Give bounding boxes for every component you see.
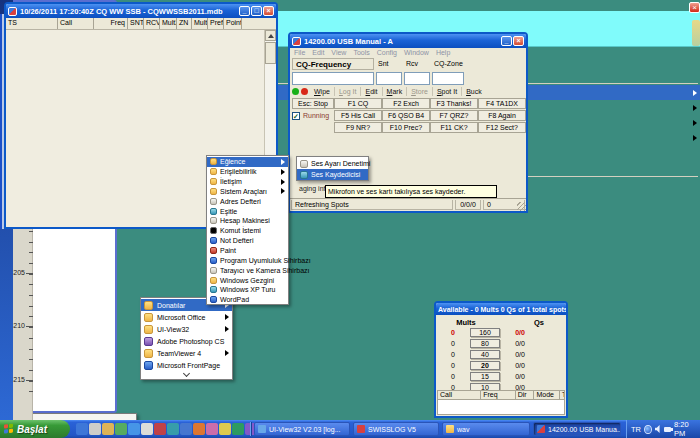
programs-item-microsoft-office[interactable]: Microsoft Office (141, 311, 232, 323)
column-header-freq[interactable]: Freq (94, 18, 128, 29)
task-button-uiview32[interactable]: UI-View32 V2.03 [log... (254, 422, 350, 436)
column-header-points[interactable]: Points (224, 18, 242, 29)
accessories-item-wordpad[interactable]: WordPad (207, 295, 288, 305)
menu-expand-chevron-icon[interactable] (141, 371, 232, 379)
column-header-rcv[interactable]: RCV (144, 18, 160, 29)
accessories-item-windows-xp-tour[interactable]: Windows XP Turu (207, 285, 288, 295)
quick-launch-icon[interactable] (219, 423, 231, 435)
programs-item-photoshop[interactable]: Adobe Photoshop CS (141, 335, 232, 347)
scrollbar-thumb[interactable] (265, 42, 276, 64)
column-header-call[interactable]: Call (58, 18, 94, 29)
column-header-freq[interactable]: Freq (481, 390, 515, 400)
minimize-button[interactable]: _ (239, 6, 250, 16)
mark-button[interactable]: Mark (383, 87, 408, 96)
language-icon[interactable] (644, 425, 652, 434)
programs-item-teamviewer[interactable]: TeamViewer 4 (141, 347, 232, 359)
quick-launch-icon[interactable] (167, 423, 179, 435)
task-button-usb-manual[interactable]: 14200.00 USB Manua... (533, 422, 621, 436)
menu-view[interactable]: View (331, 49, 346, 56)
accessories-item-notepad[interactable]: Not Defteri (207, 236, 288, 246)
quick-launch-icon[interactable] (102, 423, 114, 435)
background-window-close-button[interactable]: × (689, 2, 700, 13)
menu-tools[interactable]: Tools (353, 49, 369, 56)
f2-exch-button[interactable]: F2 Exch (382, 98, 430, 109)
quick-launch-icon[interactable] (206, 423, 218, 435)
column-header-snt[interactable]: SNT (128, 18, 144, 29)
menu-file[interactable]: File (294, 49, 305, 56)
minimize-button[interactable]: _ (501, 36, 512, 46)
f11-ck-button[interactable]: F11 CK? (430, 122, 478, 133)
rcv-input[interactable] (404, 72, 430, 85)
close-button[interactable]: × (263, 6, 274, 16)
programs-item-ui-view32[interactable]: UI-View32 (141, 323, 232, 335)
accessories-item-scanner-camera-wizard[interactable]: Tarayıcı ve Kamera Sihirbazı (207, 265, 288, 275)
running-checkbox[interactable]: ✓ (292, 112, 300, 120)
band-20-button[interactable]: 20 (470, 361, 500, 370)
menu-edit[interactable]: Edit (312, 49, 324, 56)
column-header-t[interactable]: T (560, 390, 565, 400)
snt-input[interactable] (376, 72, 402, 85)
quick-launch-icon[interactable] (89, 423, 101, 435)
resize-grip[interactable] (517, 202, 526, 211)
quick-launch-icon[interactable] (232, 423, 244, 435)
accessories-item-address-book[interactable]: Adres Defteri (207, 196, 288, 206)
f12-sect-button[interactable]: F12 Sect? (478, 122, 526, 133)
quick-launch-icon[interactable] (76, 423, 88, 435)
buck-button[interactable]: Buck (462, 87, 486, 96)
f1-cq-button[interactable]: F1 CQ (334, 98, 382, 109)
accessories-item-accessibility[interactable]: Erişilebilirlik (207, 167, 288, 177)
column-header-call[interactable]: Call (437, 390, 481, 400)
menu-help[interactable]: Help (436, 49, 450, 56)
maximize-button[interactable]: □ (251, 6, 262, 16)
column-header-mode[interactable]: Mode (534, 390, 560, 400)
column-header-mult2[interactable]: Mult2 (160, 18, 177, 29)
start-button[interactable]: Başlat (0, 420, 70, 438)
accessories-item-system-tools[interactable]: Sistem Araçları (207, 187, 288, 197)
task-button-swisslog[interactable]: SWISSLOG V5 (353, 422, 439, 436)
battery-icon[interactable] (664, 427, 671, 432)
edit-button[interactable]: Edit (361, 87, 382, 96)
quick-launch-icon[interactable] (154, 423, 166, 435)
f4-ta1dx-button[interactable]: F4 TA1DX (478, 98, 526, 109)
menu-window[interactable]: Window (404, 49, 429, 56)
f8-again-button[interactable]: F8 Again (478, 110, 526, 121)
volume-icon[interactable] (655, 425, 661, 433)
clock[interactable]: 8:20 PM (674, 420, 696, 438)
callsign-input[interactable] (292, 72, 374, 85)
f9-nr-button[interactable]: F9 NR? (334, 122, 382, 133)
scroll-up-button[interactable] (265, 30, 276, 41)
store-button[interactable]: Store (407, 87, 433, 96)
menu-config[interactable]: Config (377, 49, 397, 56)
accessories-item-paint[interactable]: Paint (207, 246, 288, 256)
wipe-button[interactable]: Wipe (310, 87, 335, 96)
entertainment-item-volume-control[interactable]: Ses Ayarı Denetimi (297, 158, 368, 169)
band-80-button[interactable]: 80 (470, 339, 500, 348)
available-titlebar[interactable]: Available - 0 Mults 0 Qs of 1 total spot… (436, 303, 566, 315)
column-header-dir[interactable]: Dir (516, 390, 535, 400)
spot-list-area[interactable] (437, 400, 565, 415)
log-it-button[interactable]: Log It (335, 87, 362, 96)
column-header-zn[interactable]: ZN (177, 18, 192, 29)
close-button[interactable]: × (513, 36, 524, 46)
accessories-item-windows-explorer[interactable]: Windows Gezgini (207, 275, 288, 285)
task-button-wav-folder[interactable]: wav (442, 422, 530, 436)
quick-launch-icon[interactable] (115, 423, 127, 435)
accessories-item-calculator[interactable]: Hesap Makinesi (207, 216, 288, 226)
entertainment-item-sound-recorder[interactable]: Ses Kaydedicisi (297, 169, 368, 180)
band-160-button[interactable]: 160 (470, 328, 500, 337)
esc-stop-button[interactable]: Esc: Stop (292, 98, 334, 109)
column-header-prefix[interactable]: Prefix (208, 18, 224, 29)
quick-launch-icon[interactable] (180, 423, 192, 435)
quick-launch-icon[interactable] (141, 423, 153, 435)
accessories-item-program-compat-wizard[interactable]: Program Uyumluluk Sihirbazı (207, 255, 288, 265)
zone-input[interactable] (432, 72, 464, 85)
column-header-ts[interactable]: TS (6, 18, 58, 29)
band-15-button[interactable]: 15 (470, 372, 500, 381)
band-40-button[interactable]: 40 (470, 350, 500, 359)
f5-his-call-button[interactable]: F5 His Call (334, 110, 382, 121)
quick-launch-icon[interactable] (128, 423, 140, 435)
entry-window-titlebar[interactable]: 14200.00 USB Manual - A _ × (290, 34, 526, 48)
f6-qso-b4-button[interactable]: F6 QSO B4 (382, 110, 430, 121)
accessories-item-entertainment[interactable]: Eğlence (207, 157, 288, 167)
f10-prec-button[interactable]: F10 Prec? (382, 122, 430, 133)
